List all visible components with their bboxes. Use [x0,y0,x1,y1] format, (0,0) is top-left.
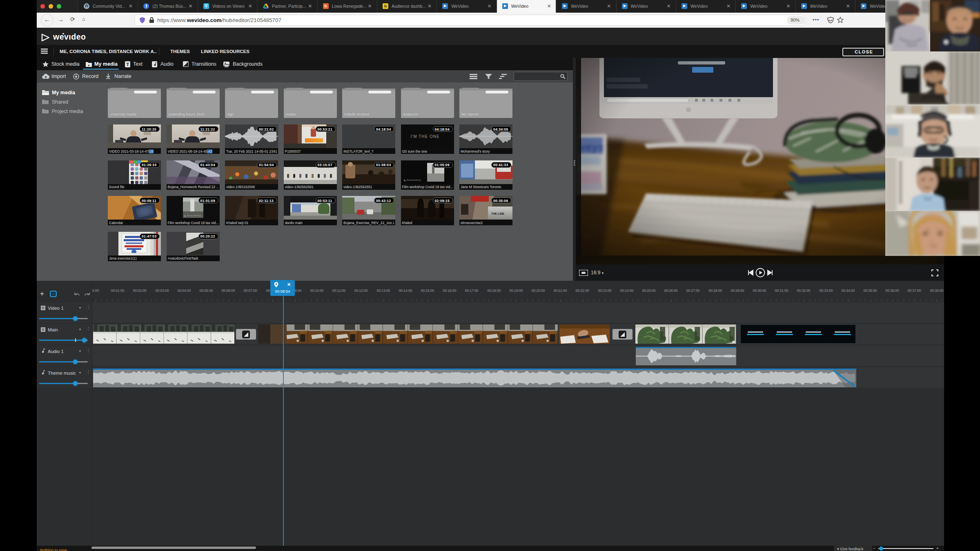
svg-text:T: T [126,62,129,67]
